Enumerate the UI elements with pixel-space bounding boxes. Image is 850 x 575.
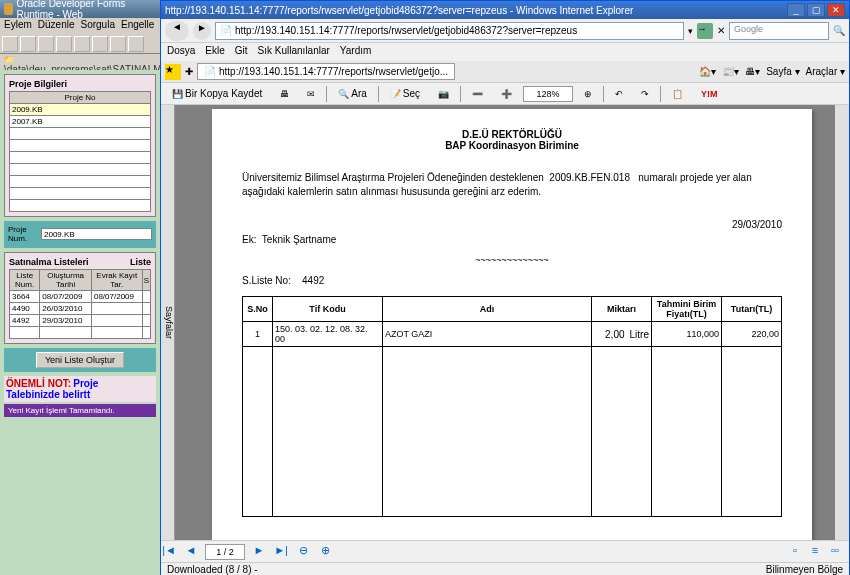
liste-no: S.Liste No: 4492 xyxy=(242,275,782,286)
btn-panel: Yeni Liste Oluştur xyxy=(4,348,156,372)
menu-sorgula[interactable]: Sorgula xyxy=(81,19,115,33)
tb-btn-8[interactable] xyxy=(128,36,144,52)
proje-no-header: Proje No xyxy=(10,92,151,104)
home-icon[interactable]: 🏠▾ xyxy=(699,66,716,77)
back-button[interactable]: ◄ xyxy=(165,21,189,41)
list-h2: Oluşturma Tarihi xyxy=(40,270,92,291)
list-title2: Liste xyxy=(130,257,151,267)
nav-plus-button[interactable]: ⊕ xyxy=(317,544,333,560)
save-copy-button[interactable]: 💾Bir Kopya Kaydet xyxy=(165,85,269,103)
doc-body: Üniversitemiz Bilimsel Araştırma Projele… xyxy=(242,171,782,199)
tools-menu[interactable]: Araçlar ▾ xyxy=(806,66,845,77)
doc-h1: D.E.Ü REKTÖRLÜĞÜ xyxy=(242,129,782,140)
proje-row[interactable] xyxy=(10,200,151,212)
forward-button[interactable]: ► xyxy=(193,22,211,40)
maximize-button[interactable]: ▢ xyxy=(807,3,825,17)
tb-btn-1[interactable] xyxy=(2,36,18,52)
menu-ekle[interactable]: Ekle xyxy=(205,45,224,59)
proje-row[interactable]: 2007.KB xyxy=(10,116,151,128)
menu-git[interactable]: Git xyxy=(235,45,248,59)
report-page: D.E.Ü REKTÖRLÜĞÜ BAP Koordinasyon Birimi… xyxy=(212,109,812,540)
ie-titlebar: http://193.140.151.14:7777/reports/rwser… xyxy=(161,1,849,19)
view-facing-button[interactable]: ▫▫ xyxy=(827,544,843,560)
snapshot-button[interactable]: 📷 xyxy=(431,85,456,103)
yeni-liste-button[interactable]: Yeni Liste Oluştur xyxy=(36,352,124,368)
list-row[interactable] xyxy=(10,327,151,339)
url-input[interactable]: 📄 http://193.140.151.14:7777/reports/rws… xyxy=(215,22,684,40)
prev-page-button[interactable]: ◄ xyxy=(183,544,199,560)
oracle-form-area: Proje Bilgileri Proje No 2009.KB 2007.KB… xyxy=(0,70,160,575)
zoom-out-button[interactable]: ➖ xyxy=(465,85,490,103)
tb-btn-6[interactable] xyxy=(92,36,108,52)
report-nav: |◄ ◄ ► ►| ⊖ ⊕ ▫ ≡ ▫▫ xyxy=(161,540,849,562)
page-input[interactable] xyxy=(205,544,245,560)
report-toolbar: 💾Bir Kopya Kaydet 🖶 ✉ 🔍Ara 📝Seç 📷 ➖ ➕ ⊕ … xyxy=(161,83,849,105)
menu-duzenle[interactable]: Düzenle xyxy=(38,19,75,33)
tb-btn-2[interactable] xyxy=(20,36,36,52)
proje-row[interactable] xyxy=(10,188,151,200)
doc-table: S.No Tif Kodu Adı Miktarı Tahmini Birim … xyxy=(242,296,782,517)
zoom-input[interactable] xyxy=(523,86,573,102)
yim-button[interactable]: Y!M xyxy=(694,85,725,103)
tb-btn-7[interactable] xyxy=(110,36,126,52)
menu-engelle[interactable]: Engelle xyxy=(121,19,154,33)
view-single-button[interactable]: ▫ xyxy=(787,544,803,560)
list-row[interactable]: 449026/03/2010 xyxy=(10,303,151,315)
last-page-button[interactable]: ►| xyxy=(273,544,289,560)
tb-btn-3[interactable] xyxy=(38,36,54,52)
email-button[interactable]: ✉ xyxy=(300,85,322,103)
fit-button[interactable]: ⊕ xyxy=(577,85,599,103)
oracle-menubar[interactable]: Eylem Düzenle Sorgula Engelle Kayıt Alan xyxy=(0,18,160,34)
multiply-icon[interactable]: ✕ xyxy=(717,25,725,36)
search-icon[interactable]: 🔍 xyxy=(833,25,845,36)
url-text: http://193.140.151.14:7777/reports/rwser… xyxy=(235,25,577,36)
print-button[interactable]: 🖶 xyxy=(273,85,296,103)
tab-text: http://193.140.151.14:7777/reports/rwser… xyxy=(219,66,448,77)
oracle-toolbar xyxy=(0,34,160,54)
list-h4: S xyxy=(142,270,150,291)
help-button[interactable]: 📋 xyxy=(665,85,690,103)
print-icon[interactable]: 🖶▾ xyxy=(745,66,760,77)
proje-row[interactable]: 2009.KB xyxy=(10,104,151,116)
menu-sik[interactable]: Sık Kullanılanlar xyxy=(258,45,330,59)
proje-row[interactable] xyxy=(10,176,151,188)
ie-menubar[interactable]: Dosya Ekle Git Sık Kullanılanlar Yardım xyxy=(161,43,849,61)
favorites-icon[interactable]: ★ xyxy=(165,64,181,80)
minimize-button[interactable]: _ xyxy=(787,3,805,17)
first-page-button[interactable]: |◄ xyxy=(161,544,177,560)
rotate-ccw-button[interactable]: ↶ xyxy=(608,85,630,103)
close-button[interactable]: ✕ xyxy=(827,3,845,17)
menu-dosya[interactable]: Dosya xyxy=(167,45,195,59)
ie-address-bar: ◄ ► 📄 http://193.140.151.14:7777/reports… xyxy=(161,19,849,43)
zoom-in-button[interactable]: ➕ xyxy=(494,85,519,103)
search-input[interactable]: Google xyxy=(729,22,829,40)
nav-minus-button[interactable]: ⊖ xyxy=(295,544,311,560)
proje-row[interactable] xyxy=(10,140,151,152)
menu-eylem[interactable]: Eylem xyxy=(4,19,32,33)
tb-btn-5[interactable] xyxy=(74,36,90,52)
list-title: Satınalma Listeleri xyxy=(9,257,89,267)
menu-yardim[interactable]: Yardım xyxy=(340,45,372,59)
proje-row[interactable] xyxy=(10,152,151,164)
find-button[interactable]: 🔍Ara xyxy=(331,85,374,103)
proje-num-input[interactable] xyxy=(41,228,152,240)
view-cont-button[interactable]: ≡ xyxy=(807,544,823,560)
side-tab-pages[interactable]: Sayfalar xyxy=(161,105,175,540)
next-page-button[interactable]: ► xyxy=(251,544,267,560)
list-row[interactable]: 449229/03/2010 xyxy=(10,315,151,327)
rotate-cw-button[interactable]: ↷ xyxy=(634,85,656,103)
browser-tab[interactable]: 📄 http://193.140.151.14:7777/reports/rws… xyxy=(197,63,455,80)
tb-btn-4[interactable] xyxy=(56,36,72,52)
scrollbar-vertical[interactable] xyxy=(835,105,849,540)
go-button[interactable]: → xyxy=(697,23,713,39)
tab-icon: 📄 xyxy=(204,66,216,77)
feed-icon[interactable]: 📰▾ xyxy=(722,66,739,77)
th-sno: S.No xyxy=(243,297,273,322)
add-fav-icon[interactable]: ✚ xyxy=(185,66,193,77)
proje-row[interactable] xyxy=(10,164,151,176)
proje-row[interactable] xyxy=(10,128,151,140)
report-viewer: Sayfalar D.E.Ü REKTÖRLÜĞÜ BAP Koordinasy… xyxy=(161,105,849,540)
page-menu[interactable]: Sayfa ▾ xyxy=(766,66,799,77)
list-row[interactable]: 366408/07/200908/07/2009 xyxy=(10,291,151,303)
select-button[interactable]: 📝Seç xyxy=(383,85,427,103)
